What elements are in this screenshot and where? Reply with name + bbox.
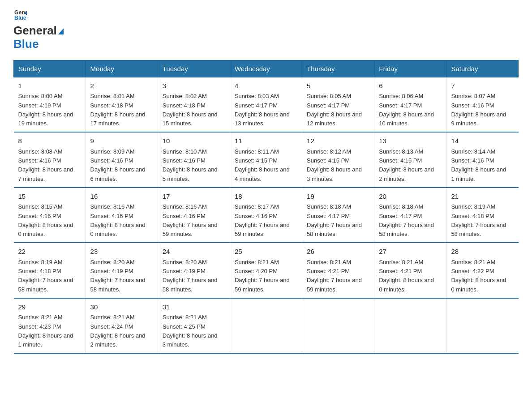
calendar-cell: 9Sunrise: 8:09 AMSunset: 4:16 PMDaylight…	[86, 132, 158, 188]
calendar-cell: 21Sunrise: 8:19 AMSunset: 4:18 PMDayligh…	[446, 188, 519, 243]
day-info: Sunrise: 8:08 AMSunset: 4:16 PMDaylight:…	[18, 148, 73, 182]
day-number: 17	[163, 192, 225, 202]
calendar-cell: 2Sunrise: 8:01 AMSunset: 4:18 PMDaylight…	[86, 77, 158, 132]
header-saturday: Saturday	[446, 60, 519, 77]
day-number: 2	[90, 81, 153, 91]
day-number: 23	[90, 247, 153, 257]
logo: General Blue General Blue	[13, 9, 64, 51]
day-info: Sunrise: 8:21 AMSunset: 4:22 PMDaylight:…	[451, 259, 506, 293]
day-info: Sunrise: 8:21 AMSunset: 4:20 PMDaylight:…	[235, 259, 290, 293]
header-wednesday: Wednesday	[230, 60, 302, 77]
day-info: Sunrise: 8:17 AMSunset: 4:16 PMDaylight:…	[235, 203, 290, 237]
calendar-week-1: 1Sunrise: 8:00 AMSunset: 4:19 PMDaylight…	[14, 77, 519, 132]
day-number: 5	[307, 81, 369, 91]
day-number: 14	[451, 136, 514, 146]
day-info: Sunrise: 8:21 AMSunset: 4:25 PMDaylight:…	[163, 314, 218, 348]
day-number: 16	[90, 192, 153, 202]
day-number: 10	[163, 136, 225, 146]
header-friday: Friday	[374, 60, 446, 77]
day-number: 9	[90, 136, 153, 146]
calendar-cell	[302, 298, 374, 354]
calendar-header-row: SundayMondayTuesdayWednesdayThursdayFrid…	[14, 60, 519, 77]
calendar-cell: 8Sunrise: 8:08 AMSunset: 4:16 PMDaylight…	[14, 132, 86, 188]
logo-general: General	[13, 24, 64, 38]
day-info: Sunrise: 8:06 AMSunset: 4:17 PMDaylight:…	[379, 93, 434, 127]
day-info: Sunrise: 8:21 AMSunset: 4:21 PMDaylight:…	[379, 259, 434, 293]
day-info: Sunrise: 8:16 AMSunset: 4:16 PMDaylight:…	[90, 203, 146, 237]
day-number: 20	[379, 192, 442, 202]
day-info: Sunrise: 8:12 AMSunset: 4:15 PMDaylight:…	[307, 148, 362, 182]
calendar-cell: 18Sunrise: 8:17 AMSunset: 4:16 PMDayligh…	[230, 188, 302, 243]
day-info: Sunrise: 8:00 AMSunset: 4:19 PMDaylight:…	[18, 93, 73, 127]
day-number: 12	[307, 136, 369, 146]
calendar-cell: 12Sunrise: 8:12 AMSunset: 4:15 PMDayligh…	[302, 132, 374, 188]
day-info: Sunrise: 8:18 AMSunset: 4:17 PMDaylight:…	[307, 203, 362, 237]
calendar-cell: 1Sunrise: 8:00 AMSunset: 4:19 PMDaylight…	[14, 77, 86, 132]
page-header: General Blue General Blue	[13, 9, 519, 51]
day-number: 28	[451, 247, 514, 257]
day-info: Sunrise: 8:20 AMSunset: 4:19 PMDaylight:…	[163, 259, 218, 293]
day-info: Sunrise: 8:07 AMSunset: 4:16 PMDaylight:…	[451, 93, 506, 127]
day-number: 30	[90, 302, 153, 313]
calendar-cell: 24Sunrise: 8:20 AMSunset: 4:19 PMDayligh…	[158, 243, 230, 298]
day-number: 13	[379, 136, 442, 146]
day-info: Sunrise: 8:19 AMSunset: 4:18 PMDaylight:…	[451, 203, 506, 237]
calendar-cell: 28Sunrise: 8:21 AMSunset: 4:22 PMDayligh…	[446, 243, 519, 298]
header-monday: Monday	[86, 60, 158, 77]
calendar-table: SundayMondayTuesdayWednesdayThursdayFrid…	[13, 60, 519, 354]
calendar-cell: 13Sunrise: 8:13 AMSunset: 4:15 PMDayligh…	[374, 132, 446, 188]
logo-icon: General Blue	[14, 9, 27, 21]
calendar-cell: 26Sunrise: 8:21 AMSunset: 4:21 PMDayligh…	[302, 243, 374, 298]
day-number: 7	[451, 81, 514, 91]
day-info: Sunrise: 8:21 AMSunset: 4:24 PMDaylight:…	[90, 314, 146, 348]
day-number: 31	[163, 302, 225, 313]
calendar-cell: 20Sunrise: 8:18 AMSunset: 4:17 PMDayligh…	[374, 188, 446, 243]
calendar-week-3: 15Sunrise: 8:15 AMSunset: 4:16 PMDayligh…	[14, 188, 519, 243]
calendar-cell: 22Sunrise: 8:19 AMSunset: 4:18 PMDayligh…	[14, 243, 86, 298]
day-info: Sunrise: 8:02 AMSunset: 4:18 PMDaylight:…	[163, 93, 218, 127]
day-number: 27	[379, 247, 442, 257]
day-number: 15	[18, 192, 81, 202]
calendar-cell: 31Sunrise: 8:21 AMSunset: 4:25 PMDayligh…	[158, 298, 230, 354]
calendar-cell: 30Sunrise: 8:21 AMSunset: 4:24 PMDayligh…	[86, 298, 158, 354]
day-info: Sunrise: 8:19 AMSunset: 4:18 PMDaylight:…	[18, 259, 73, 293]
calendar-cell: 29Sunrise: 8:21 AMSunset: 4:23 PMDayligh…	[14, 298, 86, 354]
day-info: Sunrise: 8:05 AMSunset: 4:17 PMDaylight:…	[307, 93, 362, 127]
calendar-cell	[446, 298, 519, 354]
day-info: Sunrise: 8:03 AMSunset: 4:17 PMDaylight:…	[235, 93, 290, 127]
calendar-week-5: 29Sunrise: 8:21 AMSunset: 4:23 PMDayligh…	[14, 298, 519, 354]
calendar-cell: 25Sunrise: 8:21 AMSunset: 4:20 PMDayligh…	[230, 243, 302, 298]
day-info: Sunrise: 8:09 AMSunset: 4:16 PMDaylight:…	[90, 148, 146, 182]
logo-blue: Blue	[13, 38, 64, 51]
day-number: 26	[307, 247, 369, 257]
svg-text:Blue: Blue	[14, 15, 26, 21]
calendar-cell: 14Sunrise: 8:14 AMSunset: 4:16 PMDayligh…	[446, 132, 519, 188]
day-number: 19	[307, 192, 369, 202]
day-info: Sunrise: 8:20 AMSunset: 4:19 PMDaylight:…	[90, 259, 146, 293]
calendar-cell: 11Sunrise: 8:11 AMSunset: 4:15 PMDayligh…	[230, 132, 302, 188]
calendar-cell: 27Sunrise: 8:21 AMSunset: 4:21 PMDayligh…	[374, 243, 446, 298]
day-number: 1	[18, 81, 81, 91]
day-info: Sunrise: 8:21 AMSunset: 4:21 PMDaylight:…	[307, 259, 362, 293]
day-info: Sunrise: 8:21 AMSunset: 4:23 PMDaylight:…	[18, 314, 73, 348]
calendar-week-2: 8Sunrise: 8:08 AMSunset: 4:16 PMDaylight…	[14, 132, 519, 188]
day-number: 3	[163, 81, 225, 91]
day-info: Sunrise: 8:10 AMSunset: 4:16 PMDaylight:…	[163, 148, 218, 182]
day-number: 8	[18, 136, 81, 146]
calendar-cell: 23Sunrise: 8:20 AMSunset: 4:19 PMDayligh…	[86, 243, 158, 298]
day-number: 25	[235, 247, 297, 257]
calendar-cell: 6Sunrise: 8:06 AMSunset: 4:17 PMDaylight…	[374, 77, 446, 132]
day-info: Sunrise: 8:16 AMSunset: 4:16 PMDaylight:…	[163, 203, 218, 237]
day-info: Sunrise: 8:13 AMSunset: 4:15 PMDaylight:…	[379, 148, 434, 182]
day-info: Sunrise: 8:14 AMSunset: 4:16 PMDaylight:…	[451, 148, 506, 182]
calendar-week-4: 22Sunrise: 8:19 AMSunset: 4:18 PMDayligh…	[14, 243, 519, 298]
calendar-cell: 5Sunrise: 8:05 AMSunset: 4:17 PMDaylight…	[302, 77, 374, 132]
day-number: 21	[451, 192, 514, 202]
header-tuesday: Tuesday	[158, 60, 230, 77]
day-number: 11	[235, 136, 297, 146]
day-info: Sunrise: 8:18 AMSunset: 4:17 PMDaylight:…	[379, 203, 434, 237]
day-number: 4	[235, 81, 297, 91]
calendar-cell: 15Sunrise: 8:15 AMSunset: 4:16 PMDayligh…	[14, 188, 86, 243]
day-number: 22	[18, 247, 81, 257]
day-number: 6	[379, 81, 442, 91]
